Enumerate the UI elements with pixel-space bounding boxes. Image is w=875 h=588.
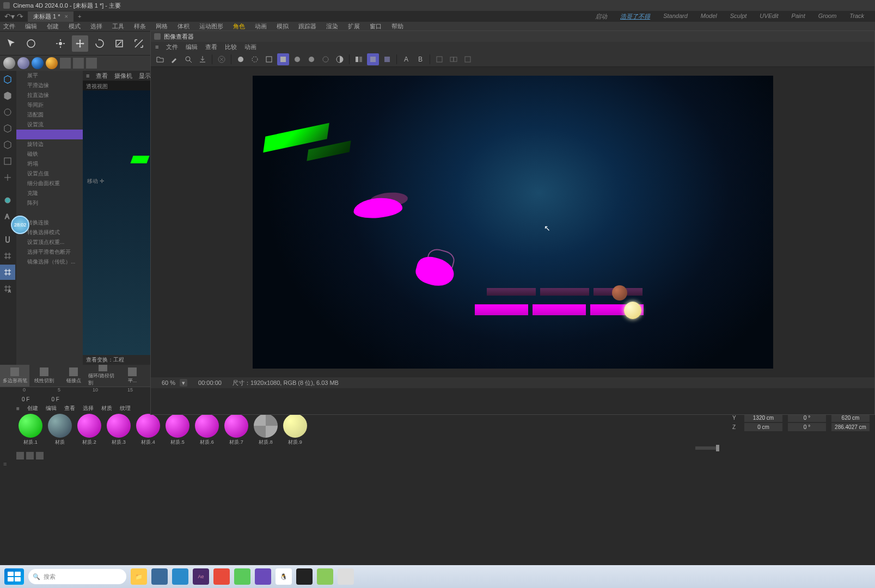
vp-menu-display[interactable]: 显示 (139, 72, 151, 80)
pv-canvas[interactable]: ↖ (151, 67, 874, 377)
material-9[interactable]: 材质.9 (281, 414, 309, 446)
tool-item-3[interactable]: 等间距 (16, 100, 83, 110)
pv-stop-button[interactable] (216, 53, 228, 65)
layout-uvedit[interactable]: UVEdit (760, 13, 778, 21)
add-tab-button[interactable]: + (74, 13, 85, 20)
taskbar-app-5[interactable] (296, 568, 313, 585)
tool-item-0[interactable]: 展平 (16, 71, 83, 81)
menu-item-9[interactable]: 运动图形 (199, 22, 223, 30)
pv-compare-a[interactable] (367, 53, 379, 65)
pv-ab-a[interactable]: A (400, 53, 412, 65)
pv-history-1[interactable] (433, 53, 445, 65)
workplane-auto-button[interactable]: A (0, 281, 15, 296)
tool-item-18[interactable]: 选择平滑着色断开 (16, 247, 83, 257)
pv-zoom-button[interactable] (182, 53, 194, 65)
coord-y-pos[interactable]: 1320 cm (744, 414, 782, 422)
menu-item-17[interactable]: 帮助 (391, 22, 403, 30)
menu-item-8[interactable]: 体积 (178, 22, 189, 30)
move-tool[interactable] (72, 35, 88, 52)
material-0[interactable]: 材质.1 (16, 414, 45, 446)
tool-item-1[interactable]: 平滑边缘 (16, 81, 83, 90)
pv-layer-button[interactable] (305, 53, 317, 65)
snap-button[interactable] (0, 232, 15, 247)
pv-menu-edit[interactable]: 编辑 (186, 43, 198, 51)
tool-item-4[interactable]: 适配圆 (16, 110, 83, 120)
end-frame[interactable]: 0 F (51, 396, 59, 402)
pv-menu-compare[interactable]: 比较 (225, 43, 237, 51)
grid-icon-3[interactable] (86, 58, 97, 69)
taskbar-wechat-icon[interactable] (234, 568, 250, 585)
pv-save-button[interactable] (197, 53, 209, 65)
menu-item-15[interactable]: 扩展 (348, 22, 360, 30)
pv-channel-g[interactable] (263, 53, 275, 65)
transform-tool[interactable] (131, 35, 147, 52)
tool-item-5[interactable]: 设置流 (16, 120, 83, 130)
tool-item-9[interactable]: 坍塌 (16, 159, 83, 169)
view-list-icon[interactable] (16, 452, 24, 460)
axis-mode-button[interactable] (0, 170, 15, 185)
coord-y-scale[interactable]: 620 cm (831, 414, 870, 422)
taskbar-app-3[interactable] (213, 568, 230, 585)
point-mode-button[interactable] (0, 105, 15, 120)
poly-mode-button[interactable] (0, 137, 15, 152)
shading-ball-3[interactable] (32, 57, 44, 69)
menu-item-2[interactable]: 创建 (47, 22, 59, 30)
mat-menu-4[interactable]: 材质 (101, 405, 112, 412)
mat-menu-3[interactable]: 选择 (83, 405, 94, 412)
visibility-button[interactable] (0, 193, 15, 208)
pv-history-3[interactable] (462, 53, 474, 65)
redo-button[interactable]: ↷ (17, 12, 23, 21)
taskbar-app-6[interactable] (317, 568, 333, 585)
palette-3[interactable]: 循环/路径切割 (88, 365, 118, 387)
pv-picker-button[interactable] (168, 53, 180, 65)
tool-item-14[interactable] (16, 208, 83, 218)
tool-item-17[interactable]: 设置顶点权重... (16, 237, 83, 247)
edge-mode-button[interactable] (0, 121, 15, 136)
live-select-tool[interactable] (52, 35, 69, 52)
pv-channel-r[interactable] (249, 53, 261, 65)
tool-item-19[interactable]: 镜像选择（传统）... (16, 257, 83, 267)
pv-channel-rgb[interactable] (235, 53, 247, 65)
tool-item-12[interactable]: 克隆 (16, 188, 83, 198)
menu-item-11[interactable]: 动画 (255, 22, 267, 30)
coord-y-rot[interactable]: 0 ° (788, 414, 826, 422)
grid-snap-button[interactable] (0, 248, 15, 264)
material-1[interactable]: 材质 (46, 414, 74, 446)
pv-hamburger-icon[interactable]: ≡ (155, 44, 158, 50)
menu-item-10[interactable]: 角色 (233, 22, 245, 30)
pv-contrast-button[interactable] (334, 53, 346, 65)
object-mode-button[interactable] (0, 88, 15, 103)
size-slider[interactable] (695, 446, 717, 450)
pv-history-2[interactable] (448, 53, 460, 65)
model-mode-button[interactable] (0, 72, 15, 87)
menu-item-5[interactable]: 工具 (112, 22, 124, 30)
tool-item-10[interactable]: 设置点值 (16, 169, 83, 179)
taskbar-search[interactable]: 🔍 搜索 (28, 569, 126, 584)
menu-item-0[interactable]: 文件 (3, 22, 15, 30)
pv-zoom-dropdown-icon[interactable]: ▾ (180, 379, 187, 387)
tool-item-11[interactable]: 细分曲面权重 (16, 179, 83, 188)
pv-menu-view[interactable]: 查看 (205, 43, 217, 51)
scale-tool[interactable] (111, 35, 127, 52)
menu-item-6[interactable]: 样条 (134, 22, 146, 30)
taskbar-app-4[interactable] (255, 568, 271, 585)
grid-icon-1[interactable] (60, 58, 71, 69)
taskbar-c4d-icon[interactable] (338, 568, 354, 585)
mat-menu-5[interactable]: 纹理 (120, 405, 131, 412)
material-4[interactable]: 材质.4 (134, 414, 162, 446)
grid-icon-2[interactable] (73, 58, 84, 69)
document-tab[interactable]: 未标题 1 * × (28, 11, 74, 22)
layout-track[interactable]: Track (849, 13, 864, 21)
layout-启动[interactable]: 启动 (595, 13, 607, 21)
slider-knob[interactable] (716, 445, 719, 451)
pv-title-bar[interactable]: 图像查看器 (151, 31, 874, 42)
layout-standard[interactable]: Standard (663, 13, 688, 21)
vp-menu-camera[interactable]: 摄像机 (114, 72, 132, 80)
palette-0[interactable]: 多边形画笔 (0, 365, 29, 387)
pv-compare-button[interactable] (353, 53, 365, 65)
lasso-tool[interactable] (23, 35, 39, 52)
layout-paint[interactable]: Paint (792, 13, 805, 21)
palette-4[interactable]: 平... (118, 365, 147, 387)
hamburger-icon[interactable]: ≡ (86, 72, 89, 79)
menu-item-13[interactable]: 跟踪器 (298, 22, 316, 30)
